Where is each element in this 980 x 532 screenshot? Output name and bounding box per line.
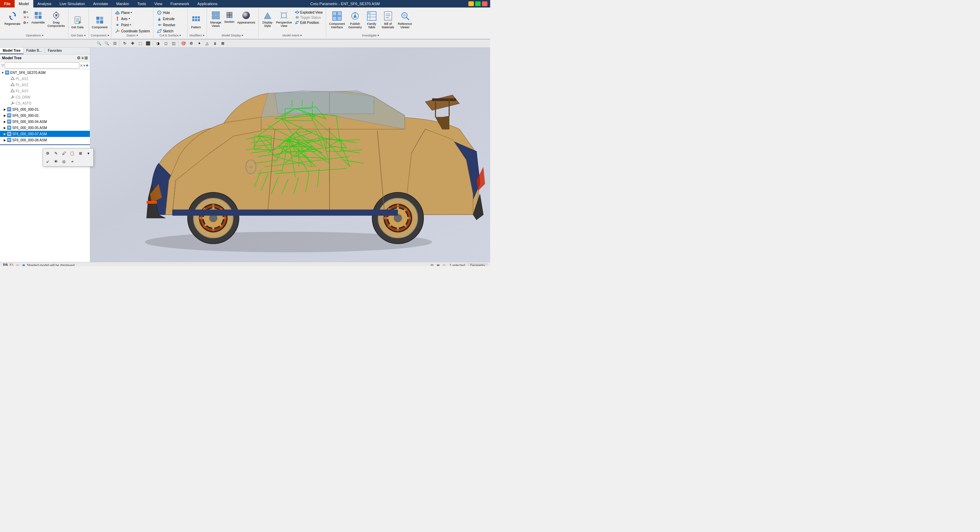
tree-item-root[interactable]: ▼ ENT_SF6_SE370.ASM [0,70,90,76]
folder-tab[interactable]: Folder B... [24,48,45,54]
ctx-copy-btn[interactable]: 📋 [68,150,76,157]
publish-geometry-button[interactable]: PublishGeometry [347,9,363,30]
zoom-fit-btn[interactable]: ⊡ [111,40,118,47]
tree-columns-btn[interactable]: ≡ [81,56,84,60]
analyze-btn[interactable]: 🎯 [180,40,187,47]
file-menu[interactable]: File [0,0,14,8]
model-menu[interactable]: Model [14,0,33,8]
axis-button[interactable]: Axis▾ [114,16,151,21]
ctx-move-btn[interactable]: ↙ [44,158,51,165]
annotate-menu[interactable]: Annotate [89,0,112,8]
live-simulation-menu[interactable]: Live Simulation [56,0,89,8]
model-tree-tab[interactable]: Model Tree [0,48,24,54]
point-button[interactable]: Point▾ [114,22,151,27]
manage-views-button[interactable]: ManageViews [209,9,223,28]
drag-components-button[interactable]: ✖ DragComponents [47,9,66,28]
ctx-edit-btn[interactable]: ✎ [52,150,60,157]
zoom-out-btn[interactable]: 🔍 [103,40,111,47]
grid-btn[interactable]: ⊠ [219,40,226,47]
component-interface-button[interactable]: ComponentInterface [328,9,346,30]
ctx-more-btn[interactable]: ▾ [85,150,92,157]
pattern-button[interactable]: Pattern [189,14,202,30]
hole-button[interactable]: Hole [156,10,185,15]
edit-position-button[interactable]: Edit Position [294,20,324,25]
svg-rect-55 [298,11,299,13]
hidden-lines-btn[interactable]: ◫ [170,40,177,47]
favorites-tab[interactable]: Favorites [45,48,64,54]
close-btn[interactable] [482,2,487,6]
toggle-status-button[interactable]: Toggle Status [294,15,324,20]
datum-display-btn[interactable]: ✦ [196,40,203,47]
zoom-in-btn[interactable]: 🔍 [95,40,103,47]
tree-item-sf6-01[interactable]: ▶ SF6_000_000-01. [0,106,90,112]
view-icon[interactable]: □ [15,263,21,266]
tree-add-btn[interactable]: + [86,63,89,68]
annotation-btn[interactable]: △ [203,40,211,47]
tree-item-cs-astd[interactable]: CS_ASTD [0,100,90,106]
component-button[interactable]: Component [91,14,109,30]
save-icon[interactable]: 💾 [3,263,8,266]
tree-filter-btn[interactable]: ⊞ [84,56,88,60]
ctx-visible-btn[interactable]: 👁 [52,158,60,165]
display-style-button[interactable]: DisplayStyle [261,9,274,28]
framework-menu[interactable]: Framework [167,0,193,8]
settings-btn[interactable]: ⚙ [188,40,195,47]
tree-item-sf6-02[interactable]: ▶ SF6_000_000-02. [0,112,90,118]
minimize-btn[interactable] [468,2,474,6]
status-nav-btn3[interactable]: □ [441,263,447,266]
spin-btn[interactable]: ⬛ [144,40,152,47]
search-clear-btn[interactable]: ✕ [80,64,83,67]
tree-item-pl-axz1[interactable]: PL_AXZ [0,76,90,82]
tree-item-pl-axy[interactable]: PL_AXY [0,88,90,94]
bill-of-materials-button[interactable]: Bill ofMaterials [380,9,396,30]
regenerate-button[interactable]: Regenerate [3,9,21,26]
assemble-button[interactable]: Assemble [30,9,46,25]
tree-item-sf6-05[interactable]: ▶ SF6_000_000-05.ASM [0,125,90,131]
tools-menu[interactable]: Tools [133,0,150,8]
wireframe-btn[interactable]: ◻ [162,40,170,47]
perspective-view-button[interactable]: PerspectiveView [275,9,293,28]
get-data-button[interactable]: Get Data [70,14,85,30]
operations-small-btn[interactable]: ⊞▾ [22,10,30,14]
tree-item-sf6-08[interactable]: ▶ SF6_000_000-08.ASM [0,137,90,143]
section-button[interactable]: Section [223,9,235,24]
reference-viewer-button[interactable]: ReferenceViewer [397,9,413,30]
applications-menu[interactable]: Applications [193,0,221,8]
ctx-target-btn[interactable]: ◎ [60,158,68,165]
search-options-btn[interactable]: ▾ [83,64,85,67]
select-box-btn[interactable]: ⬚ [137,40,144,47]
pause-btn[interactable]: ⏸ [211,40,218,47]
svg-rect-37 [195,19,197,21]
ctx-hidden-btn[interactable]: ≁ [68,158,76,165]
tree-item-sf6-07[interactable]: ▶ SF6_000_000-07.ASM [0,131,90,137]
revolve-button[interactable]: Revolve [156,22,185,27]
maximize-btn[interactable] [475,2,480,6]
ctx-pattern-btn[interactable]: ⊞ [76,150,84,157]
status-nav-btn2[interactable]: ⊞ [435,263,441,266]
extrude-button[interactable]: Extrude [156,16,185,21]
tree-item-sf6-04[interactable]: ▶ SF6_000_000-04.ASM [0,118,90,125]
appearances-button[interactable]: Appearances [236,9,256,25]
rotate-btn[interactable]: ↻ [121,40,128,47]
tree-item-cs-drw[interactable]: CS_DRW [0,94,90,100]
tree-item-pl-axz2[interactable]: PL_AXZ [0,82,90,88]
exploded-view-button[interactable]: Exploded View [294,10,324,14]
ctx-settings-btn[interactable]: ⚙ [44,150,51,157]
pan-btn[interactable]: ✥ [129,40,136,47]
shading-btn[interactable]: ◑ [154,40,162,47]
home-icon[interactable]: 🏠 [9,263,14,266]
operations-x-btn[interactable]: ✕▾ [22,14,30,20]
manikin-menu[interactable]: Manikin [112,0,134,8]
status-nav-btn[interactable]: ⊡ [429,263,435,266]
plane-button[interactable]: Plane▾ [114,10,151,15]
tree-search-input[interactable] [5,62,79,68]
view-menu[interactable]: View [150,0,167,8]
ctx-brush-btn[interactable]: 🖊 [60,150,68,157]
viewport[interactable]: Ψ [90,48,490,262]
analysis-menu[interactable]: Analysis [33,0,56,8]
tree-settings-btn[interactable]: ⚙ [77,56,81,60]
family-table-button[interactable]: FamilyTable [364,9,379,30]
operations-gear-btn[interactable]: ⚙▾ [22,21,30,25]
coordinate-system-button[interactable]: Coordinate System [114,28,151,34]
sketch-button[interactable]: Sketch [156,28,185,34]
